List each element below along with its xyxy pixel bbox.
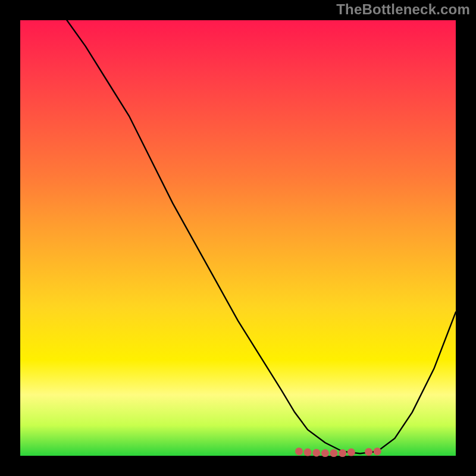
- curve-layer: [0, 0, 476, 476]
- marker-5: [330, 449, 338, 457]
- marker-3: [312, 449, 320, 456]
- marker-9: [374, 447, 381, 455]
- marker-1: [295, 447, 303, 455]
- marker-6: [339, 449, 346, 457]
- bottleneck-curve: [20, 0, 456, 453]
- marker-7: [347, 449, 355, 456]
- marker-8: [365, 448, 372, 456]
- chart-frame: TheBottleneck.com: [0, 0, 476, 476]
- marker-4: [321, 449, 329, 457]
- marker-2: [304, 449, 312, 456]
